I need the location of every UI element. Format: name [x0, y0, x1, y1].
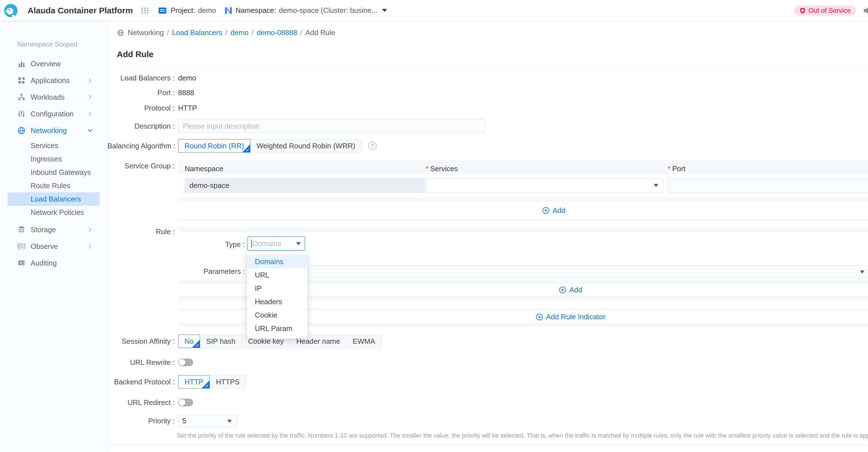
balancing-algorithm-row: Balancing Algorithm : Round Robin (RR) ✓… [107, 139, 377, 153]
service-group-add-button[interactable]: Add [178, 202, 868, 219]
help-icon[interactable]: ? [368, 142, 377, 150]
namespace-switcher[interactable]: Namespace: demo-space (Cluster: busine..… [224, 6, 387, 15]
url-rewrite-toggle[interactable] [178, 359, 193, 366]
services-select[interactable] [426, 178, 663, 192]
segment-label: SIP hash [206, 337, 235, 346]
priority-hint: Set the priority of the rule selected by… [177, 432, 868, 439]
chevron-right-icon [87, 243, 93, 249]
sidebar-item-label: Configuration [31, 110, 74, 118]
sidebar-item-load-balancers[interactable]: Load Balancers [8, 192, 100, 206]
sidebar-item-inbound-gateways[interactable]: Inbound Gateways [0, 165, 107, 179]
sidebar-item-route-rules[interactable]: Route Rules [0, 179, 107, 192]
sidebar-item-label: Workloads [31, 93, 65, 101]
breadcrumb-item-load-balancers[interactable]: Load Balancers [172, 28, 222, 37]
caret-down-icon [654, 184, 658, 187]
description-row: Description : [107, 120, 485, 132]
service-group-add-row: Add [178, 202, 868, 219]
add-label: Add Rule Indicator [546, 312, 606, 321]
url-rewrite-row: URL Rewrite : [107, 359, 193, 366]
backend-option-http[interactable]: HTTP ✓ [178, 375, 210, 389]
project-switcher[interactable]: Project: demo [158, 6, 216, 15]
sidebar-item-label: Load Balancers [31, 195, 81, 204]
description-label: Description : [107, 122, 175, 130]
page-title: Add Rule [117, 50, 154, 59]
sidebar-item-networking[interactable]: Networking [0, 122, 107, 139]
sidebar-item-auditing[interactable]: Auditing [0, 255, 107, 271]
app-switcher-grid-icon[interactable] [141, 6, 149, 15]
port-select[interactable] [668, 178, 868, 192]
url-redirect-row: URL Redirect : [107, 398, 193, 406]
sidebar-item-label: Observe [31, 242, 58, 251]
segment-label: HTTPS [216, 378, 240, 386]
backend-option-https[interactable]: HTTPS [210, 375, 246, 389]
type-option-ip[interactable]: IP [247, 282, 307, 295]
session-option-ewma[interactable]: EWMA [346, 335, 381, 348]
sidebar-item-applications[interactable]: Applications [0, 72, 107, 89]
url-redirect-toggle[interactable] [178, 398, 193, 406]
breadcrumb-separator: / [225, 28, 227, 37]
sidebar-item-services[interactable]: Services [0, 139, 107, 152]
sidebar: Namespace Scoped Overview [0, 21, 107, 452]
sidebar-item-network-policies[interactable]: Network Policies [0, 206, 107, 219]
breadcrumb-item-demo[interactable]: demo [230, 28, 248, 37]
out-of-service-badge[interactable]: Out of Service [794, 6, 856, 16]
workloads-icon [17, 93, 26, 101]
gauge-icon [17, 242, 26, 250]
parameters-label: Parameters : [178, 267, 245, 276]
sidebar-item-label: Applications [31, 76, 69, 85]
namespace-input: demo-space [185, 178, 425, 192]
check-icon: ✓ [205, 383, 209, 389]
sliders-icon [17, 110, 26, 118]
add-circle-icon [558, 286, 567, 294]
caret-down-icon [227, 420, 232, 423]
alauda-logo-icon[interactable] [4, 4, 18, 18]
header-divider [22, 6, 23, 15]
sidebar-item-label: Networking [31, 126, 67, 135]
service-group-panel: Namespace *Services *Port demo-space [178, 160, 868, 221]
type-select[interactable]: Domains [248, 237, 305, 250]
chevron-down-icon [87, 127, 93, 133]
breadcrumb-item-networking: Networking [128, 28, 164, 37]
type-option-cookie[interactable]: Cookie [247, 308, 307, 322]
balancing-option-wrr[interactable]: Weighted Round Robin (WRR) [250, 139, 362, 153]
breadcrumb-separator: / [167, 28, 169, 37]
check-icon: ✓ [195, 342, 199, 349]
column-header-port: *Port [668, 164, 685, 173]
sidebar-item-workloads[interactable]: Workloads [0, 89, 107, 106]
sidebar-item-observe[interactable]: Observe [0, 238, 107, 255]
type-option-url[interactable]: URL [247, 268, 307, 282]
chevron-right-icon [87, 78, 93, 84]
chevron-right-icon [87, 227, 93, 233]
protocol-value: HTTP [178, 104, 197, 113]
namespace-caret-icon [382, 9, 387, 12]
namespace-label: Namespace: [236, 6, 276, 15]
parameters-select[interactable] [248, 265, 868, 278]
sidebar-item-overview[interactable]: Overview [0, 55, 107, 72]
project-icon [158, 6, 167, 15]
announcement-icon[interactable] [862, 4, 868, 17]
description-input[interactable] [178, 120, 485, 132]
audit-document-icon [17, 259, 26, 267]
session-option-sip-hash[interactable]: SIP hash [200, 335, 242, 348]
type-option-domains[interactable]: Domains [247, 255, 307, 268]
port-value: 8888 [178, 89, 194, 97]
required-mark: * [426, 164, 428, 173]
sidebar-item-configuration[interactable]: Configuration [0, 106, 107, 122]
breadcrumb-separator: / [301, 28, 302, 37]
type-option-headers[interactable]: Headers [247, 295, 307, 308]
breadcrumb-item-demo-08888[interactable]: demo-08888 [257, 28, 298, 37]
balancing-option-rr[interactable]: Round Robin (RR) ✓ [178, 139, 250, 153]
type-dropdown-menu: Domains URL IP Headers Cookie URL Param [247, 251, 307, 338]
breadcrumb: Networking / Load Balancers / demo / dem… [117, 28, 335, 37]
sidebar-item-storage[interactable]: Storage [0, 221, 107, 238]
session-option-no[interactable]: No ✓ [178, 335, 200, 348]
priority-select[interactable]: 5 [178, 415, 237, 427]
caret-down-icon [860, 271, 864, 274]
load-balancers-label: Load Balancers : [107, 74, 175, 82]
sidebar-item-ingresses[interactable]: Ingresses [0, 152, 107, 165]
type-option-url-param[interactable]: URL Param [247, 322, 307, 335]
backend-protocol-label: Backend Protocol : [107, 378, 175, 386]
title-divider [117, 66, 868, 67]
sidebar-item-label: Storage [31, 225, 56, 234]
chevron-right-icon [87, 111, 93, 117]
